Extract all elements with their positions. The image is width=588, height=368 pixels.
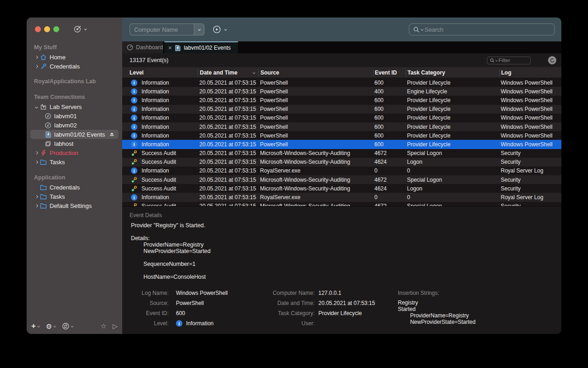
table-row[interactable]: i Success Audit 20.05.2021 at 07:53:15 M… — [122, 158, 561, 167]
level-cell: Information — [141, 194, 169, 201]
table-row[interactable]: i Success Audit 20.05.2021 at 07:53:15 M… — [122, 175, 561, 184]
table-row[interactable]: i Information 20.05.2021 at 07:53:15 Roy… — [122, 167, 561, 175]
sidebar-item-credentials[interactable]: Credentials — [30, 62, 119, 71]
log-name-value: Windows PowerShell — [176, 290, 228, 296]
chevron-down-icon — [37, 325, 40, 328]
sidebar-item-tasks[interactable]: Tasks — [30, 157, 119, 167]
table-row[interactable]: i Information 20.05.2021 at 07:53:15 Pow… — [122, 140, 561, 149]
refresh-button[interactable] — [548, 56, 556, 64]
table-row[interactable]: i Information 20.05.2021 at 07:53:15 Pow… — [122, 78, 561, 87]
table-row[interactable]: i Information 20.05.2021 at 07:53:15 Pow… — [122, 114, 561, 122]
home-icon — [40, 54, 47, 61]
eject-icon[interactable] — [109, 132, 114, 137]
sidebar-item-production[interactable]: Production — [30, 148, 119, 157]
table-row[interactable]: i Information 20.05.2021 at 07:53:15 Pow… — [122, 122, 561, 131]
table-row[interactable]: i Information 20.05.2021 at 07:53:15 Pow… — [122, 105, 561, 114]
combo-dropdown-button[interactable] — [194, 24, 204, 35]
level-cell: Success Audit — [141, 203, 176, 206]
chevron-down-icon[interactable] — [495, 59, 498, 62]
event-id-cell: 600 — [373, 106, 406, 112]
table-row[interactable]: i Success Audit 20.05.2021 at 07:53:15 M… — [122, 202, 561, 206]
search-input[interactable] — [424, 26, 551, 33]
task-category-cell: Logon — [406, 185, 499, 192]
add-button[interactable]: + — [31, 323, 40, 329]
chevron-down-icon — [198, 28, 201, 31]
information-icon: i — [131, 106, 137, 112]
gear-icon: ⚙ — [46, 323, 52, 330]
favorite-star-icon[interactable]: ☆ — [101, 322, 107, 330]
table-row[interactable]: i Success Audit 20.05.2021 at 07:53:15 M… — [122, 149, 561, 158]
event-table-body: i Information 20.05.2021 at 07:53:15 Pow… — [122, 78, 561, 206]
connect-menu-button[interactable] — [74, 25, 86, 33]
settings-button[interactable]: ⚙ — [46, 323, 56, 330]
level-cell: Success Audit — [141, 177, 176, 183]
column-header-date[interactable]: Date and Time — [198, 69, 258, 76]
chevron-down-icon[interactable] — [224, 28, 227, 31]
chevron-down-icon[interactable] — [421, 28, 424, 31]
sidebar-item-default-settings[interactable]: Default Settings — [30, 201, 119, 210]
table-row[interactable]: i Information 20.05.2021 at 07:53:15 Pow… — [122, 96, 561, 104]
sidebar-item-app-tasks[interactable]: Tasks — [30, 192, 119, 201]
chevron-right-icon[interactable] — [33, 196, 40, 198]
date-cell: 20.05.2021 at 07:53:15 — [198, 97, 258, 104]
filter-input[interactable] — [498, 58, 528, 63]
sidebar-item-labvm0102-events[interactable]: labvm01/02 Events — [30, 130, 119, 139]
dashboard-icon — [127, 44, 133, 51]
lightning-bolt-icon — [40, 150, 47, 156]
task-category-cell: Provider Lifecycle — [406, 124, 499, 130]
tab-events[interactable]: × labvm01/02 Events — [164, 41, 238, 53]
sync-status-button[interactable] — [62, 322, 73, 330]
column-header-task-category[interactable]: Task Category — [406, 69, 499, 76]
task-category-cell: Provider Lifecycle — [406, 132, 499, 139]
date-cell: 20.05.2021 at 07:53:15 — [198, 194, 258, 201]
chevron-right-icon[interactable] — [33, 65, 40, 68]
source-cell: Microsoft-Windows-Security-Auditing — [258, 177, 373, 183]
close-tab-icon[interactable]: × — [168, 45, 172, 51]
connect-play-icon[interactable]: ▷ — [113, 322, 118, 330]
chevron-down-icon[interactable] — [33, 106, 40, 108]
success-audit-key-icon — [131, 177, 137, 183]
details-column-right: Insertion Strings: Registry Started Prov… — [398, 288, 475, 325]
sidebar-item-home[interactable]: Home — [30, 52, 119, 62]
task-category-cell: Logon — [406, 159, 499, 165]
sidebar-item-labhost[interactable]: labhost — [30, 139, 119, 148]
source-cell: Microsoft-Windows-Security-Auditing — [258, 159, 373, 165]
source-cell: PowerShell — [258, 124, 373, 130]
sidebar-item-labvm01[interactable]: labvm01 — [30, 111, 119, 121]
chevron-right-icon[interactable] — [33, 56, 40, 58]
column-header-log[interactable]: Log — [499, 69, 561, 76]
date-cell: 20.05.2021 at 07:53:15 — [198, 159, 258, 165]
sidebar-item-lab-servers[interactable]: Lab Servers — [30, 102, 119, 111]
table-row[interactable]: i Success Audit 20.05.2021 at 07:53:15 M… — [122, 184, 561, 193]
event-log-icon — [175, 45, 181, 52]
column-header-event-id[interactable]: Event ID — [373, 69, 406, 76]
section-header-team-connections: Team Connections — [27, 93, 122, 101]
log-cell: Security — [499, 150, 561, 156]
chevron-down-icon — [54, 325, 57, 328]
table-row[interactable]: i Information 20.05.2021 at 07:53:15 Roy… — [122, 193, 561, 201]
sidebar-item-labvm02[interactable]: labvm02 — [30, 121, 119, 130]
date-cell: 20.05.2021 at 07:53:15 — [198, 115, 258, 121]
level-cell: Information — [141, 124, 169, 130]
tab-dashboard[interactable]: Dashboard — [122, 41, 163, 53]
plus-icon: + — [31, 323, 36, 329]
computer-name-label: Computer Name: — [260, 290, 315, 296]
computer-name-input[interactable] — [130, 24, 194, 35]
minimize-window-button[interactable] — [44, 26, 50, 32]
task-category-cell: Special Logon — [406, 203, 499, 206]
information-icon: i — [131, 167, 137, 174]
level-cell: Success Audit — [141, 150, 176, 156]
table-row[interactable]: i Information 20.05.2021 at 07:53:15 Pow… — [122, 87, 561, 96]
sidebar-item-app-credentials[interactable]: Credentials — [30, 183, 119, 192]
connect-play-button[interactable] — [213, 25, 221, 34]
column-header-source[interactable]: Source — [258, 69, 373, 76]
column-header-level[interactable]: Level — [122, 69, 198, 76]
chevron-right-icon[interactable] — [33, 161, 40, 163]
close-window-button[interactable] — [35, 26, 41, 32]
chevron-right-icon[interactable] — [33, 152, 40, 154]
table-row[interactable]: i Information 20.05.2021 at 07:53:15 Pow… — [122, 131, 561, 140]
information-icon: i — [131, 141, 137, 148]
zoom-window-button[interactable] — [53, 26, 59, 32]
chevron-right-icon[interactable] — [33, 205, 40, 207]
top-toolbar — [122, 17, 561, 41]
